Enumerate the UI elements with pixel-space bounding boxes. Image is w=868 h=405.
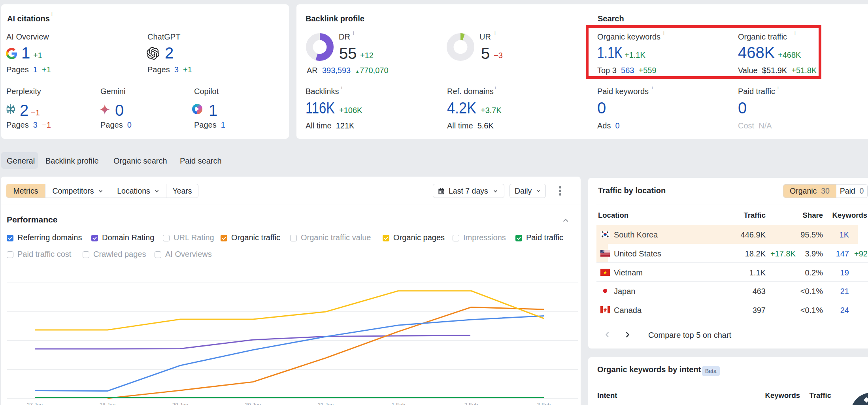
svg-text:2 Feb: 2 Feb <box>464 402 478 405</box>
svg-text:3 Feb: 3 Feb <box>537 402 551 405</box>
svg-text:31 Jan: 31 Jan <box>318 402 334 405</box>
svg-text:28 Jan: 28 Jan <box>100 402 116 405</box>
svg-text:29 Jan: 29 Jan <box>172 402 189 405</box>
svg-text:27 Jan: 27 Jan <box>27 402 43 405</box>
svg-text:30 Jan: 30 Jan <box>245 402 261 405</box>
svg-text:1 Feb: 1 Feb <box>392 402 406 405</box>
